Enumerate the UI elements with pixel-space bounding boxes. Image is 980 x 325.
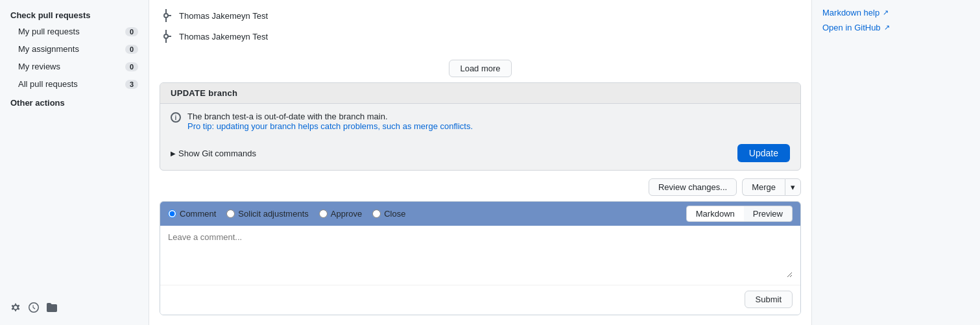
- sidebar-item-my-pull-requests[interactable]: My pull requests 0: [0, 23, 149, 40]
- sidebar-item-all-pull-requests[interactable]: All pull requests 3: [0, 75, 149, 93]
- comment-textarea[interactable]: [168, 232, 793, 278]
- load-more-button[interactable]: Load more: [449, 60, 511, 77]
- comment-box: Comment Solicit adjustments Approve Clos…: [160, 201, 801, 315]
- other-actions[interactable]: Other actions: [0, 93, 149, 113]
- radio-comment[interactable]: Comment: [168, 209, 216, 219]
- sidebar-item-badge-my-pull-requests: 0: [125, 27, 138, 36]
- markdown-help-link[interactable]: Markdown help ↗: [822, 8, 970, 18]
- show-git-commands-button[interactable]: ▶ Show Git commands: [171, 149, 256, 158]
- sidebar-item-my-reviews[interactable]: My reviews 0: [0, 58, 149, 75]
- sidebar-item-label: My assignments: [18, 44, 79, 54]
- merge-btn-group: Merge ▾: [742, 178, 801, 196]
- markdown-help-label: Markdown help: [822, 8, 879, 18]
- info-icon: i: [171, 112, 181, 123]
- review-changes-button[interactable]: Review changes...: [649, 178, 737, 196]
- review-actions-row: Review changes... Merge ▾: [160, 178, 801, 196]
- globe-icon[interactable]: [29, 302, 39, 315]
- sidebar-item-label: All pull requests: [18, 79, 78, 89]
- radio-solicit-label: Solicit adjustments: [238, 209, 308, 219]
- svg-point-2: [164, 14, 168, 18]
- update-branch-info: i The branch test-a is out-of-date with …: [171, 112, 790, 131]
- commits-area: Thomas Jakemeyn Test Thomas Jakemeyn Tes…: [160, 0, 801, 52]
- external-link-icon-2: ↗: [884, 23, 890, 32]
- sidebar-item-label: My reviews: [18, 62, 60, 71]
- update-branch-body: i The branch test-a is out-of-date with …: [160, 104, 800, 139]
- radio-solicit-input[interactable]: [226, 210, 235, 218]
- update-branch-text-wrapper: The branch test-a is out-of-date with th…: [187, 112, 473, 131]
- radio-approve-label: Approve: [331, 209, 362, 219]
- chevron-right-icon: ▶: [171, 150, 176, 157]
- commit-label-1: Thomas Jakemeyn Test: [179, 11, 268, 21]
- sidebar-item-badge-my-assignments: 0: [125, 45, 138, 54]
- sidebar-item-badge-all-pull-requests: 3: [125, 80, 138, 89]
- radio-comment-input[interactable]: [168, 210, 176, 218]
- main-content: Thomas Jakemeyn Test Thomas Jakemeyn Tes…: [149, 0, 811, 325]
- comment-view-tabs: Markdown Preview: [686, 206, 793, 222]
- radio-approve-input[interactable]: [319, 210, 328, 218]
- commit-graph-1: [160, 9, 173, 22]
- show-git-commands-label: Show Git commands: [178, 149, 256, 158]
- sidebar-item-my-assignments[interactable]: My assignments 0: [0, 40, 149, 58]
- commit-label-2: Thomas Jakemeyn Test: [179, 32, 268, 42]
- radio-close-label: Close: [384, 209, 405, 219]
- update-branch-header: UPDATE branch: [160, 83, 800, 104]
- chevron-down-icon: ▾: [791, 182, 795, 192]
- update-branch-footer: ▶ Show Git commands Update: [160, 139, 800, 170]
- open-in-github-label: Open in GitHub: [822, 23, 881, 32]
- submit-button[interactable]: Submit: [745, 291, 793, 308]
- comment-footer: Submit: [160, 285, 800, 315]
- radio-comment-label: Comment: [180, 209, 216, 219]
- pro-tip-link[interactable]: Pro tip: updating your branch helps catc…: [187, 121, 473, 131]
- radio-solicit[interactable]: Solicit adjustments: [226, 209, 308, 219]
- commit-graph-2: [160, 30, 173, 43]
- gear-icon[interactable]: [10, 302, 21, 315]
- sidebar-item-badge-my-reviews: 0: [125, 62, 138, 71]
- merge-dropdown-button[interactable]: ▾: [785, 178, 801, 196]
- update-branch-button[interactable]: Update: [737, 144, 790, 162]
- right-sidebar: Markdown help ↗ Open in GitHub ↗: [811, 0, 980, 325]
- sidebar-footer: [0, 297, 149, 320]
- left-sidebar: Check pull requests My pull requests 0 M…: [0, 0, 149, 325]
- folder-icon[interactable]: [47, 302, 57, 315]
- sidebar-item-label: My pull requests: [18, 27, 80, 36]
- external-link-icon: ↗: [883, 8, 889, 17]
- merge-button[interactable]: Merge: [742, 178, 785, 196]
- svg-point-5: [164, 34, 168, 38]
- commit-row: Thomas Jakemeyn Test: [160, 26, 801, 47]
- commit-row: Thomas Jakemeyn Test: [160, 5, 801, 26]
- update-branch-box: UPDATE branch i The branch test-a is out…: [160, 82, 801, 171]
- sidebar-section-title: Check pull requests: [0, 5, 149, 23]
- radio-approve[interactable]: Approve: [319, 209, 362, 219]
- tab-markdown[interactable]: Markdown: [687, 206, 744, 221]
- radio-close[interactable]: Close: [372, 209, 405, 219]
- update-branch-info-text: The branch test-a is out-of-date with th…: [187, 112, 388, 121]
- load-more-wrapper: Load more: [160, 60, 801, 77]
- comment-textarea-wrapper: [160, 226, 800, 285]
- tab-preview[interactable]: Preview: [744, 206, 792, 221]
- comment-tabs-row: Comment Solicit adjustments Approve Clos…: [160, 202, 800, 226]
- open-in-github-link[interactable]: Open in GitHub ↗: [822, 23, 970, 32]
- comment-radio-group: Comment Solicit adjustments Approve Clos…: [168, 209, 405, 219]
- radio-close-input[interactable]: [372, 210, 381, 218]
